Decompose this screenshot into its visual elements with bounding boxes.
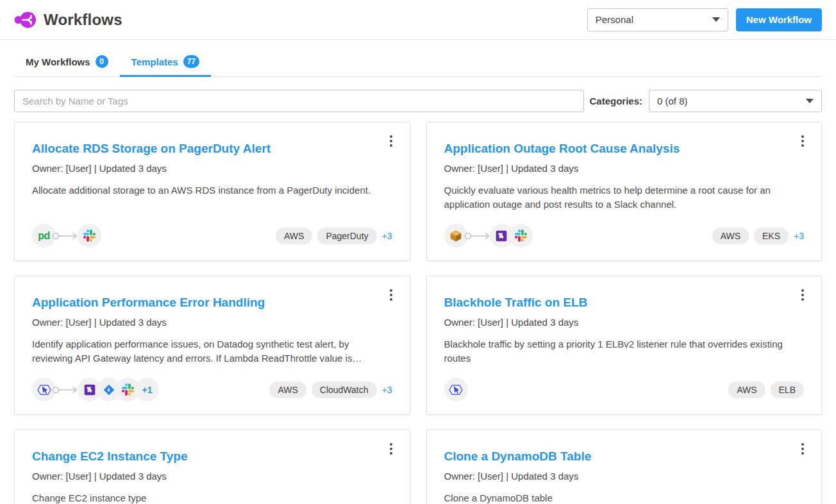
card-menu-button[interactable] [384,133,398,149]
workflow-description: Change EC2 instance type [32,491,392,504]
arrow-connector-icon [52,231,79,240]
page-title: Workflows [44,11,122,29]
tag-pill: CloudWatch [312,382,377,398]
workflow-description: Identify application performance issues,… [32,337,392,365]
card-menu-button[interactable] [384,287,398,303]
workflow-meta: Owner: [User] | Updated 3 days [32,317,392,328]
tab-my-workflows-badge: 0 [96,55,108,68]
categories-selector[interactable]: 0 (of 8) [649,90,822,112]
workflow-description: Allocate additional storage to an AWS RD… [32,183,392,197]
workflows-logo-icon [14,10,37,29]
workflow-card: Application Outage Root Cause Analysis O… [426,122,823,261]
filter-row: Categories: 0 (of 8) [14,90,822,112]
workflow-meta: Owner: [User] | Updated 3 days [444,163,805,174]
tag-pill: PagerDuty [317,228,376,244]
tag-pill: AWS [728,382,765,398]
tab-templates[interactable]: Templates 77 [120,50,211,77]
categories-label: Categories: [589,96,642,106]
workflow-card: Blackhole Traffic on ELB Owner: [User] |… [426,276,823,415]
brand: Workflows [14,10,122,29]
workflow-title-link[interactable]: Blackhole Traffic on ELB [444,296,805,310]
tab-my-workflows-label: My Workflows [26,56,90,67]
workflow-grid: Allocate RDS Storage on PagerDuty Alert … [14,122,822,504]
workflow-card: Change EC2 Instance Type Owner: [User] |… [14,430,410,504]
workflow-meta: Owner: [User] | Updated 3 days [32,163,392,174]
tag-pill: AWS [276,228,312,244]
slack-icon [509,224,533,248]
tab-bar: My Workflows 0 Templates 77 [14,50,822,77]
workflow-title-link[interactable]: Application Outage Root Cause Analysis [444,142,805,156]
card-menu-button[interactable] [796,287,810,303]
workflow-title-link[interactable]: Change EC2 Instance Type [32,449,392,464]
slack-icon [78,224,101,248]
workflow-description: Blackhole traffic by setting a priority … [444,337,805,365]
tag-pill: EKS [754,228,789,244]
workflow-title-link[interactable]: Allocate RDS Storage on PagerDuty Alert [32,142,392,156]
workflow-description: Clone a DynamoDB table [444,491,805,504]
trigger-hexagon-icon [444,378,468,401]
arrow-connector-icon [464,231,491,240]
app-header: Workflows Personal New Workflow [0,0,836,40]
chevron-down-icon [712,17,720,22]
workflow-meta: Owner: [User] | Updated 3 days [444,317,805,328]
tag-pill: AWS [712,228,749,244]
arrow-connector-icon [52,385,79,394]
workflow-meta: Owner: [User] | Updated 3 days [444,471,805,482]
more-icons-badge[interactable]: +1 [135,378,159,401]
workflow-card: Allocate RDS Storage on PagerDuty Alert … [14,122,410,261]
tag-pill: ELB [771,382,804,398]
tag-pill: AWS [269,382,306,398]
more-tags-link[interactable]: +3 [794,231,804,241]
tab-my-workflows[interactable]: My Workflows 0 [14,50,120,77]
card-menu-button[interactable] [796,133,810,149]
categories-selector-value: 0 (of 8) [657,96,688,106]
workspace-selector[interactable]: Personal [587,8,728,31]
workflow-card: Clone a DynamoDB Table Owner: [User] | U… [426,430,823,504]
workspace-selector-value: Personal [596,14,633,25]
more-tags-link[interactable]: +3 [382,385,392,395]
tab-templates-label: Templates [131,56,178,67]
workflow-title-link[interactable]: Application Performance Error Handling [32,296,392,310]
workflow-card: Application Performance Error Handling O… [14,276,410,415]
card-menu-button[interactable] [796,441,810,457]
workflow-description: Quickly evaluate various health metrics … [444,183,805,212]
search-input[interactable] [14,90,584,112]
card-menu-button[interactable] [384,441,398,457]
chevron-down-icon [806,99,814,103]
more-tags-link[interactable]: +3 [382,231,392,241]
new-workflow-button[interactable]: New Workflow [736,8,822,31]
workflow-title-link[interactable]: Clone a DynamoDB Table [444,449,805,464]
tab-templates-badge: 77 [183,55,199,68]
workflow-meta: Owner: [User] | Updated 3 days [32,471,392,482]
